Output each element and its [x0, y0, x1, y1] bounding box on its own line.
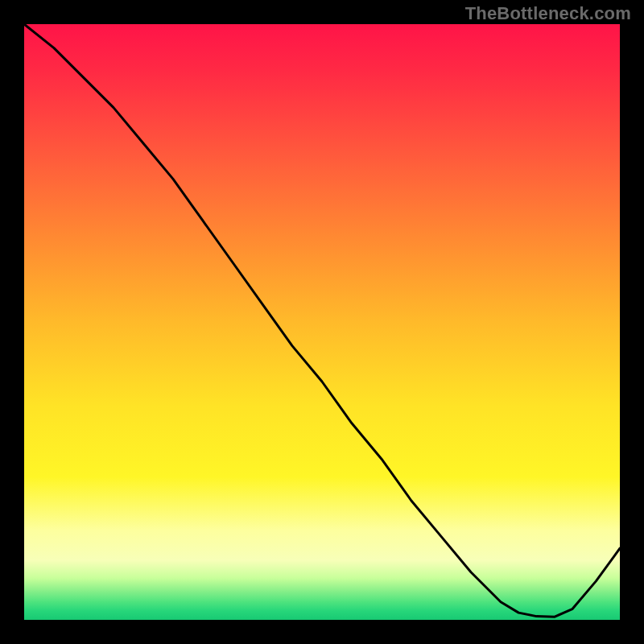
bottleneck-curve [24, 24, 620, 620]
chart-frame: { "watermark": "TheBottleneck.com", "cha… [0, 0, 644, 644]
plot-area [24, 24, 620, 620]
curve-polyline [24, 24, 620, 617]
watermark-text: TheBottleneck.com [465, 3, 631, 24]
